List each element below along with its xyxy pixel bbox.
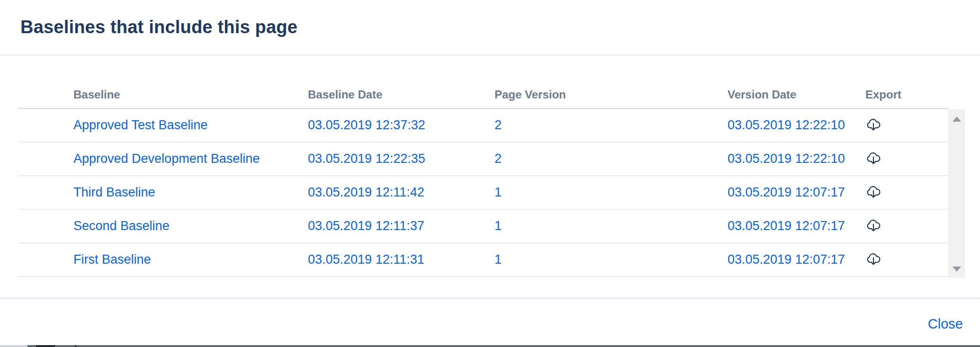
background-page-edge-tick xyxy=(75,345,77,347)
baseline-link[interactable]: Second Baseline xyxy=(73,219,170,233)
baselines-table: Baseline Baseline Date Page Version Vers… xyxy=(18,56,949,277)
export-cloud-download-icon[interactable] xyxy=(865,151,881,165)
page-version-link[interactable]: 1 xyxy=(494,219,502,233)
background-page-edge-light xyxy=(0,345,27,347)
baseline-date-link[interactable]: 03.05.2019 12:11:31 xyxy=(308,252,424,267)
version-date-link[interactable]: 03.05.2019 12:22:10 xyxy=(728,151,845,166)
baseline-date-link[interactable]: 03.05.2019 12:22:35 xyxy=(308,151,425,166)
baseline-link[interactable]: Approved Test Baseline xyxy=(73,118,207,132)
version-date-link[interactable]: 03.05.2019 12:07:17 xyxy=(728,252,845,267)
page-version-link[interactable]: 2 xyxy=(494,151,502,166)
page-version-link[interactable]: 1 xyxy=(494,185,502,199)
baseline-date-link[interactable]: 03.05.2019 12:11:42 xyxy=(308,185,424,199)
table-row: Second Baseline 03.05.2019 12:11:37 1 03… xyxy=(18,210,949,243)
column-header-version-date: Version Date xyxy=(728,88,865,101)
version-date-link[interactable]: 03.05.2019 12:07:17 xyxy=(728,185,845,199)
column-header-export: Export xyxy=(865,88,949,101)
export-cloud-download-icon[interactable] xyxy=(865,218,881,232)
export-cloud-download-icon[interactable] xyxy=(865,117,881,132)
table-row: Approved Development Baseline 03.05.2019… xyxy=(18,142,949,176)
table-scrollbar[interactable] xyxy=(948,109,965,278)
column-header-page-version: Page Version xyxy=(494,88,728,101)
table-row: Approved Test Baseline 03.05.2019 12:37:… xyxy=(18,109,949,142)
baseline-link[interactable]: Third Baseline xyxy=(73,185,155,199)
export-cloud-download-icon[interactable] xyxy=(865,252,881,266)
dialog-header: Baselines that include this page xyxy=(0,0,980,56)
column-header-baseline: Baseline xyxy=(18,88,308,101)
baseline-date-link[interactable]: 03.05.2019 12:11:37 xyxy=(308,219,424,233)
table-row: Third Baseline 03.05.2019 12:11:42 1 03.… xyxy=(18,176,949,210)
scroll-down-arrow-icon[interactable] xyxy=(953,267,961,272)
close-button[interactable]: Close xyxy=(928,316,963,332)
scroll-up-arrow-icon[interactable] xyxy=(953,116,961,122)
version-date-link[interactable]: 03.05.2019 12:07:17 xyxy=(728,219,845,233)
version-date-link[interactable]: 03.05.2019 12:22:10 xyxy=(728,118,845,132)
column-header-baseline-date: Baseline Date xyxy=(308,88,494,101)
baseline-link[interactable]: First Baseline xyxy=(73,252,151,267)
table-row: First Baseline 03.05.2019 12:11:31 1 03.… xyxy=(18,243,949,277)
table-header-row: Baseline Baseline Date Page Version Vers… xyxy=(18,56,949,109)
page-version-link[interactable]: 2 xyxy=(494,118,502,132)
page-version-link[interactable]: 1 xyxy=(494,252,502,267)
dialog-title: Baselines that include this page xyxy=(20,17,297,37)
table-body: Approved Test Baseline 03.05.2019 12:37:… xyxy=(18,109,949,277)
background-page-edge-dark xyxy=(36,345,55,347)
export-cloud-download-icon[interactable] xyxy=(865,185,881,199)
baseline-link[interactable]: Approved Development Baseline xyxy=(73,151,260,166)
background-page-edge xyxy=(0,345,980,347)
footer-divider xyxy=(0,297,980,299)
baseline-date-link[interactable]: 03.05.2019 12:37:32 xyxy=(308,118,425,132)
